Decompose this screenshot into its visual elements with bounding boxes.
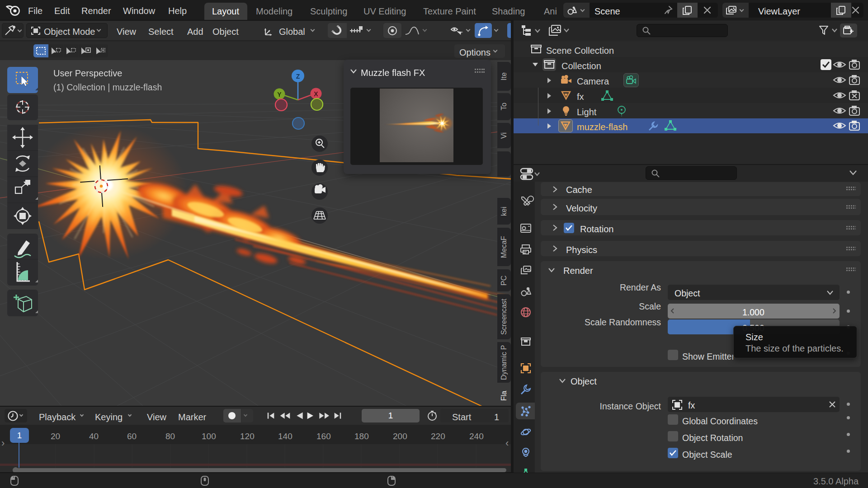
svg-text:Z: Z bbox=[296, 73, 300, 80]
svg-text:(1) Collection | muzzle-flash: (1) Collection | muzzle-flash bbox=[53, 82, 162, 92]
svg-text:User Perspective: User Perspective bbox=[53, 68, 122, 78]
svg-text:Y: Y bbox=[277, 91, 282, 98]
svg-text:X: X bbox=[314, 90, 318, 98]
